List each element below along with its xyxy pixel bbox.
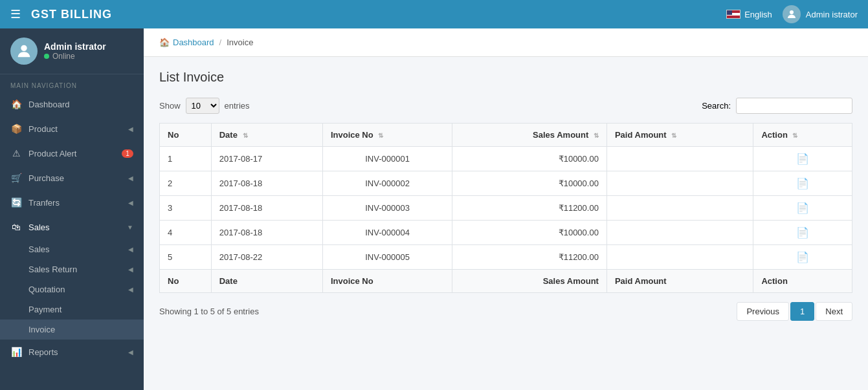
search-label: Search:: [702, 101, 731, 111]
sub-sales-label: Sales: [28, 244, 50, 254]
sidebar-item-sales[interactable]: 🛍 Sales ▼: [0, 215, 144, 239]
svg-point-1: [21, 45, 27, 51]
footer-sales-amount: Sales Amount: [452, 270, 607, 293]
invoice-sort-icon: ⇅: [378, 132, 383, 139]
breadcrumb-home-label: Dashboard: [173, 38, 214, 47]
cell-action[interactable]: 📄: [753, 171, 852, 196]
sidebar-subitem-quotation[interactable]: Quotation ◀: [0, 279, 144, 299]
col-header-paid-amount[interactable]: Paid Amount ⇅: [606, 124, 753, 147]
nav-item-left: 📦 Product: [10, 123, 58, 135]
sidebar-item-purchase[interactable]: 🛒 Purchase ◀: [0, 166, 144, 190]
footer-paid-amount: Paid Amount: [606, 270, 753, 293]
action-sort-icon: ⇅: [792, 132, 797, 139]
cell-action[interactable]: 📄: [753, 147, 852, 171]
pagination-buttons: Previous 1 Next: [737, 302, 852, 321]
col-date-label: Date: [219, 130, 238, 140]
col-header-no: No: [160, 124, 212, 147]
col-header-date[interactable]: Date ⇅: [211, 124, 322, 147]
sidebar-subitem-invoice[interactable]: Invoice: [0, 320, 144, 340]
col-no-label: No: [168, 130, 179, 140]
sidebar: Admin istrator Online MAIN NAVIGATION 🏠 …: [0, 28, 144, 390]
nav-item-left: 🔄 Tranfers: [10, 197, 60, 208]
sidebar-user: Admin istrator Online: [0, 28, 144, 74]
table-controls: Show 10 25 50 100 entries Search:: [159, 98, 852, 114]
sidebar-item-product[interactable]: 📦 Product ◀: [0, 116, 144, 141]
admin-user-menu[interactable]: Admin istrator: [783, 5, 858, 23]
nav-item-left: 🛒 Purchase: [10, 172, 64, 184]
cell-no: 2: [160, 171, 212, 196]
nav-item-left: 🏠 Dashboard: [10, 98, 70, 110]
table-body: 1 2017-08-17 INV-000001 ₹10000.00 📄 2 20…: [160, 147, 852, 270]
table-row: 5 2017-08-22 INV-000005 ₹11200.00 📄: [160, 245, 852, 270]
cell-action[interactable]: 📄: [753, 245, 852, 270]
col-sales-label: Sales Amount: [533, 130, 588, 140]
view-action-icon[interactable]: 📄: [796, 227, 809, 238]
cell-no: 4: [160, 221, 212, 245]
product-arrow: ◀: [128, 125, 133, 133]
page-title: List Invoice: [159, 70, 852, 85]
cell-paid-amount: [606, 196, 753, 221]
sidebar-subitem-sales-return[interactable]: Sales Return ◀: [0, 259, 144, 279]
col-header-invoice-no[interactable]: Invoice No ⇅: [322, 124, 452, 147]
sidebar-username: Admin istrator: [44, 41, 106, 52]
cell-date: 2017-08-18: [211, 196, 322, 221]
hamburger-button[interactable]: ☰: [10, 7, 21, 21]
prev-button[interactable]: Previous: [737, 302, 789, 321]
cell-no: 3: [160, 196, 212, 221]
cell-sales-amount: ₹11200.00: [452, 196, 607, 221]
sales-arrow: ▼: [127, 224, 133, 231]
purchase-arrow: ◀: [128, 175, 133, 182]
nav-section-label: MAIN NAVIGATION: [0, 74, 144, 92]
entries-select[interactable]: 10 25 50 100: [186, 98, 219, 114]
next-button[interactable]: Next: [816, 302, 852, 321]
sub-invoice-label: Invoice: [28, 325, 55, 334]
brand-title: GST BILLING: [31, 8, 112, 21]
sidebar-item-dashboard[interactable]: 🏠 Dashboard: [0, 92, 144, 116]
footer-invoice-no: Invoice No: [322, 270, 452, 293]
product-alert-icon: ⚠: [10, 147, 22, 159]
page-1-button[interactable]: 1: [790, 302, 814, 321]
sidebar-item-reports[interactable]: 📊 Reports ◀: [0, 340, 144, 364]
table-footer-row: No Date Invoice No Sales Amount Paid Amo…: [160, 270, 852, 293]
pagination-bar: Showing 1 to 5 of 5 entries Previous 1 N…: [159, 302, 852, 321]
show-label: Show: [159, 101, 181, 111]
search-box: Search:: [702, 98, 852, 114]
nav-item-left: 📊 Reports: [10, 346, 58, 358]
sidebar-avatar: [10, 38, 38, 65]
cell-sales-amount: ₹10000.00: [452, 221, 607, 245]
col-header-action[interactable]: Action ⇅: [753, 124, 852, 147]
product-alert-badge: 1: [122, 149, 133, 158]
transfers-icon: 🔄: [10, 197, 22, 208]
language-selector[interactable]: English: [726, 10, 772, 19]
cell-sales-amount: ₹10000.00: [452, 171, 607, 196]
cell-action[interactable]: 📄: [753, 221, 852, 245]
sidebar-dashboard-label: Dashboard: [28, 100, 70, 109]
reports-arrow: ◀: [128, 349, 133, 356]
transfers-arrow: ◀: [128, 199, 133, 206]
cell-action[interactable]: 📄: [753, 196, 852, 221]
admin-avatar: [783, 5, 801, 23]
col-header-sales-amount[interactable]: Sales Amount ⇅: [452, 124, 607, 147]
cell-paid-amount: [606, 171, 753, 196]
sub-sales-return-label: Sales Return: [28, 265, 77, 274]
breadcrumb-home[interactable]: 🏠 Dashboard: [159, 38, 214, 47]
view-action-icon[interactable]: 📄: [796, 202, 809, 213]
cell-invoice-no: INV-000002: [322, 171, 452, 196]
sidebar-item-transfers[interactable]: 🔄 Tranfers ◀: [0, 190, 144, 215]
sidebar-subitem-payment[interactable]: Payment: [0, 299, 144, 320]
sidebar-sales-label: Sales: [28, 222, 50, 232]
col-action-label: Action: [761, 130, 787, 140]
nav-item-left: ⚠ Product Alert: [10, 147, 76, 159]
main-content: 🏠 Dashboard / Invoice List Invoice Show …: [144, 28, 868, 390]
sidebar-subitem-sales[interactable]: Sales ◀: [0, 239, 144, 259]
search-input[interactable]: [736, 98, 852, 114]
sidebar-item-product-alert[interactable]: ⚠ Product Alert 1: [0, 141, 144, 166]
cell-date: 2017-08-22: [211, 245, 322, 270]
sub-quotation-arrow: ◀: [128, 286, 133, 293]
cell-date: 2017-08-18: [211, 171, 322, 196]
status-label: Online: [52, 52, 75, 61]
admin-name-label: Admin istrator: [806, 10, 858, 19]
view-action-icon[interactable]: 📄: [796, 252, 809, 263]
view-action-icon[interactable]: 📄: [796, 178, 809, 189]
view-action-icon[interactable]: 📄: [796, 153, 809, 164]
